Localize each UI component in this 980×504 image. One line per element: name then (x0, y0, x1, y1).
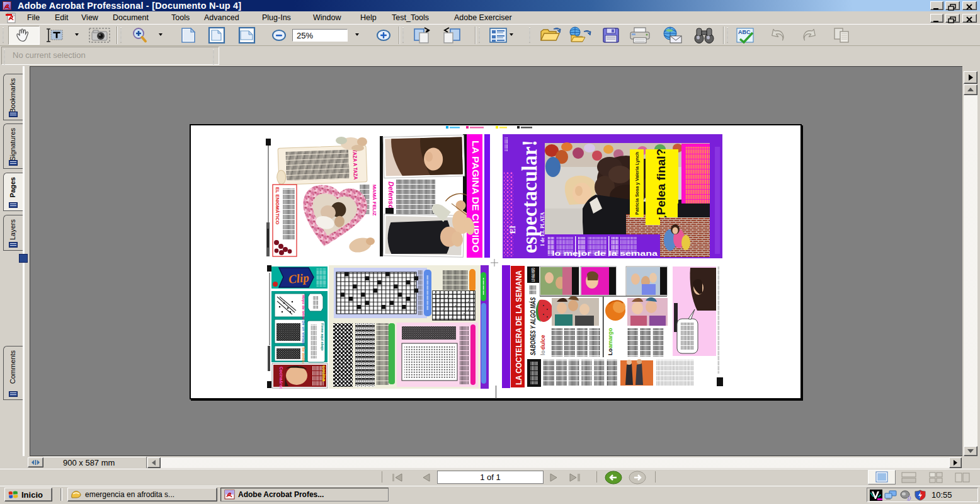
svg-text:LA COCTELERA DE LA SEMANA: LA COCTELERA DE LA SEMANA (515, 270, 523, 385)
svg-text:LO MAS VISTO: LO MAS VISTO (531, 268, 535, 282)
svg-text:Hoyo de letras: Hoyo de letras (302, 295, 305, 321)
svg-text:lo: lo (540, 350, 546, 355)
svg-text:¿Pelea final?: ¿Pelea final? (654, 149, 668, 222)
svg-text:Firme aquí abajo: Firme aquí abajo (321, 323, 324, 351)
svg-text:LA PAGINA DE CUPIDO: LA PAGINA DE CUPIDO (470, 140, 481, 253)
svg-text:Patricia Sosa y Valeria Lynch: Patricia Sosa y Valeria Lynch (634, 152, 640, 215)
svg-text:TAZA A TAZA: TAZA A TAZA (351, 149, 359, 180)
svg-text:Cocina&recetas: Cocina&recetas (279, 367, 283, 389)
svg-text:1 de EL PLATA: 1 de EL PLATA (540, 212, 545, 246)
svg-text:EL ENIGMÁTICO: EL ENIGMÁTICO (275, 187, 280, 225)
svg-text:cocina: cocina (321, 365, 327, 382)
svg-text:dulce: dulce (540, 335, 546, 350)
svg-text:El: El (508, 226, 517, 234)
svg-text:ABC: ABC (738, 29, 751, 35)
svg-text:Clip: Clip (288, 271, 310, 286)
svg-text:Lo: Lo (607, 348, 613, 355)
svg-text:lo mejor de la semana: lo mejor de la semana (552, 249, 658, 257)
svg-text:Defensor: Defensor (387, 181, 395, 212)
svg-text:espectacular!: espectacular! (518, 140, 541, 253)
svg-text:amargo: amargo (607, 328, 613, 348)
svg-text:MAMÁ FELIZ: MAMÁ FELIZ (372, 185, 377, 215)
svg-text:SABORES Y ALGO MÁS: SABORES Y ALGO MÁS (529, 297, 537, 355)
svg-text:De un vistazo: De un vistazo (302, 321, 305, 345)
svg-text:Se dedica: Se dedica (302, 347, 305, 365)
